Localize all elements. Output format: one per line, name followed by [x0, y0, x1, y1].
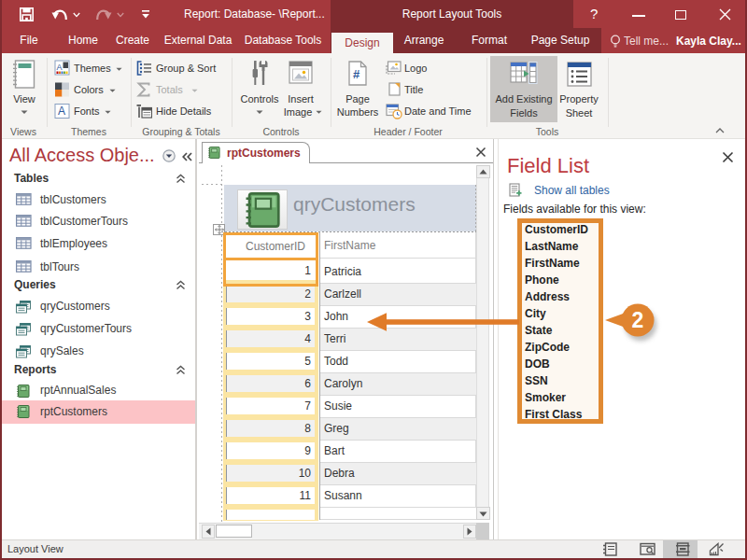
svg-text:#: #	[353, 67, 360, 81]
svg-text:2: 2	[632, 308, 644, 332]
svg-text:A: A	[57, 63, 63, 72]
svg-text:A: A	[58, 105, 65, 118]
